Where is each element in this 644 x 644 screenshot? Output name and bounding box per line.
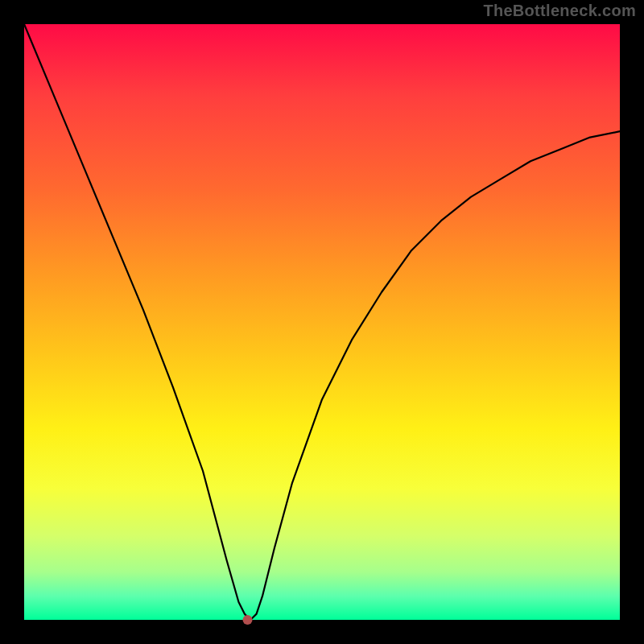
plot-area — [24, 24, 620, 620]
optimal-point-marker — [243, 615, 253, 625]
bottleneck-curve — [24, 24, 620, 620]
curve-svg — [24, 24, 620, 620]
chart-frame: TheBottleneck.com — [0, 0, 644, 644]
watermark-text: TheBottleneck.com — [483, 2, 636, 20]
